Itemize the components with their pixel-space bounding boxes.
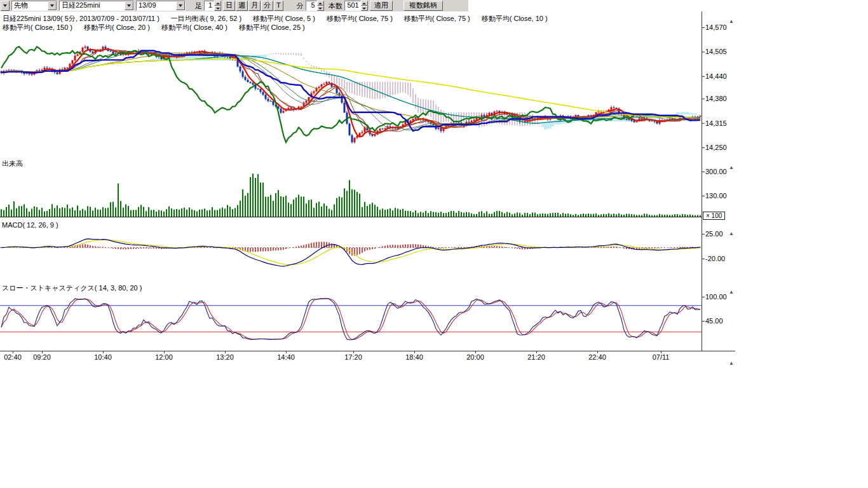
pane-scroll-up-icon[interactable]: ▲ <box>729 231 734 236</box>
stoch-axis-label: 45.00 <box>705 317 723 325</box>
market-select[interactable]: 先物 <box>11 1 57 11</box>
price-axis-label: 14,380 <box>705 95 727 102</box>
collapse-dropdown-button[interactable] <box>1 1 10 11</box>
time-axis-label: 18:40 <box>405 353 423 361</box>
stoch-axis-label: 100.00 <box>705 293 727 301</box>
legend-item: 移動平均( Close, 40 ) <box>161 23 227 32</box>
time-axis-label: 22:40 <box>588 353 606 361</box>
symbol-select-arrow[interactable] <box>125 1 133 10</box>
minute-label: 分 <box>297 1 304 11</box>
bar-type-label: 足 <box>195 1 202 11</box>
time-axis-label: 12:00 <box>155 353 173 361</box>
toolbar: 先物 日経225mini 13/09 足 1 日 週 月 分 T 分 5 本数 … <box>0 0 468 11</box>
stoch-pane-label: スロー・ストキャスティクス( 14, 3, 80, 20 ) <box>2 283 142 293</box>
macd-pane <box>0 239 702 266</box>
pane-scroll-up-icon[interactable]: ▲ <box>729 19 734 24</box>
legend-item: 移動平均( Close, 25 ) <box>239 23 305 32</box>
chevron-down-icon <box>50 4 54 7</box>
stochastics-pane <box>0 299 702 340</box>
multi-symbol-button[interactable]: 複数銘柄 <box>403 1 443 11</box>
pane-scroll-up-icon[interactable]: ▲ <box>729 361 734 366</box>
period-button-week[interactable]: 週 <box>236 1 248 11</box>
time-axis-label: 17:20 <box>344 353 362 361</box>
period-button-day[interactable]: 日 <box>223 1 235 11</box>
main-price-pane <box>1 45 702 144</box>
legend-item: 移動平均( Close, 5 ) <box>253 14 315 24</box>
volume-axis-label: 300.00 <box>705 168 727 175</box>
volume-multiplier-badge: × 100 <box>703 212 725 220</box>
time-axis-label: 10:40 <box>94 353 112 361</box>
spin-up-icon[interactable] <box>361 1 368 6</box>
spin-down-icon[interactable] <box>214 6 221 11</box>
time-axis-label: 20:00 <box>466 353 484 361</box>
market-select-value: 先物 <box>12 1 48 10</box>
price-axis-label: 14,440 <box>705 72 727 80</box>
market-select-arrow[interactable] <box>48 1 57 10</box>
time-axis-label: 02:40 <box>4 353 22 361</box>
price-axis-label: 14,250 <box>705 144 727 151</box>
spin-up-icon[interactable] <box>317 1 324 6</box>
period-button-tick[interactable]: T <box>274 1 283 11</box>
time-axis-label: 14:40 <box>277 353 295 361</box>
macd-axis-label: -20.00 <box>705 255 725 262</box>
symbol-select[interactable]: 日経225mini <box>59 1 134 11</box>
volume-axis-label: 130.00 <box>705 192 727 200</box>
minute-count-spinner[interactable]: 5 <box>306 1 324 11</box>
period-button-minute[interactable]: 分 <box>261 1 273 11</box>
contract-select[interactable]: 13/09 <box>136 1 186 11</box>
spin-up-icon[interactable] <box>214 1 221 6</box>
legend-item: 一目均衡表( 9, 26, 52 ) <box>171 14 241 24</box>
legend-item: 移動平均( Close, 10 ) <box>482 14 548 24</box>
time-axis-label: 07/11 <box>653 353 670 361</box>
price-axis-label: 14,505 <box>705 48 727 55</box>
chevron-down-icon <box>3 4 7 7</box>
bar-count-spinner[interactable]: 501 <box>344 1 368 11</box>
time-axis-label: 13:20 <box>216 353 234 361</box>
period-button-month[interactable]: 月 <box>248 1 261 11</box>
volume-pane <box>1 173 701 217</box>
bar-count-label: 本数 <box>329 1 342 11</box>
symbol-select-value: 日経225mini <box>60 1 125 10</box>
legend-item: 日経225mini 13/09( 5分, 2013/07/09 - 2013/0… <box>3 14 159 24</box>
legend-item: 移動平均( Close, 20 ) <box>84 23 150 32</box>
macd-pane-label: MACD( 12, 26, 9 ) <box>2 221 58 229</box>
bar-count-value[interactable]: 501 <box>344 1 361 11</box>
macd-axis-label: 25.00 <box>705 230 723 238</box>
legend-row-1: 日経225mini 13/09( 5分, 2013/07/09 - 2013/0… <box>3 14 548 24</box>
time-axis-label: 09:20 <box>33 353 51 361</box>
price-axis-label: 14,315 <box>705 119 727 127</box>
bar-interval-value[interactable]: 1 <box>204 1 214 11</box>
chevron-down-icon <box>127 4 131 7</box>
legend-item: 移動平均( Close, 150 ) <box>3 23 72 32</box>
chevron-down-icon <box>179 4 182 7</box>
legend-item: 移動平均( Close, 75 ) <box>404 14 470 24</box>
pane-scroll-up-icon[interactable]: ▲ <box>729 165 734 170</box>
time-axis-label: 21:20 <box>527 353 545 361</box>
minute-count-value[interactable]: 5 <box>306 1 317 11</box>
volume-pane-label: 出来高 <box>2 159 23 168</box>
spin-down-icon[interactable] <box>361 6 368 11</box>
legend-item: 移動平均( Close, 75 ) <box>327 14 393 24</box>
apply-button[interactable]: 適用 <box>370 1 393 11</box>
bar-interval-spinner[interactable]: 1 <box>204 1 221 11</box>
spin-down-icon[interactable] <box>317 6 324 11</box>
contract-select-arrow[interactable] <box>176 1 185 10</box>
contract-select-value: 13/09 <box>137 1 176 10</box>
price-axis-label: 14,570 <box>705 24 727 31</box>
chart-canvas[interactable] <box>0 0 868 488</box>
legend-row-2: 移動平均( Close, 150 )移動平均( Close, 20 )移動平均(… <box>3 23 305 32</box>
pane-scroll-up-icon[interactable]: ▲ <box>729 290 734 295</box>
